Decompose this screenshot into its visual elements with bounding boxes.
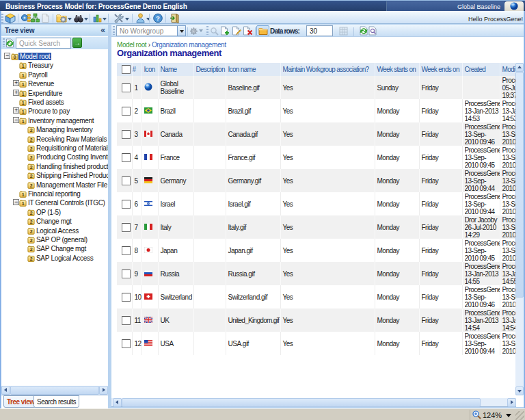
svg-text:2: 2	[30, 257, 33, 261]
svg-text:1: 1	[22, 202, 25, 207]
svg-text:2: 2	[30, 137, 33, 142]
svg-text:?: ?	[156, 14, 160, 22]
svg-text:2: 2	[30, 229, 33, 234]
svg-text:1: 1	[22, 110, 25, 115]
svg-text:1: 1	[22, 92, 25, 96]
svg-text:2: 2	[30, 165, 33, 170]
svg-text:1: 1	[22, 192, 25, 197]
svg-text:1: 1	[22, 119, 25, 124]
svg-text:1: 1	[22, 82, 25, 87]
svg-text:2: 2	[30, 238, 33, 243]
svg-text:1: 1	[22, 101, 25, 105]
svg-text:0: 0	[14, 55, 16, 60]
svg-text:2: 2	[30, 248, 33, 252]
svg-text:2: 2	[30, 211, 33, 215]
svg-text:2: 2	[30, 183, 33, 188]
svg-text:1: 1	[22, 64, 25, 69]
svg-text:2: 2	[30, 156, 33, 161]
svg-text:2: 2	[30, 220, 33, 224]
svg-text:1: 1	[22, 73, 25, 78]
svg-text:2: 2	[30, 146, 33, 151]
svg-text:2: 2	[30, 174, 33, 179]
svg-text:2: 2	[30, 128, 33, 133]
